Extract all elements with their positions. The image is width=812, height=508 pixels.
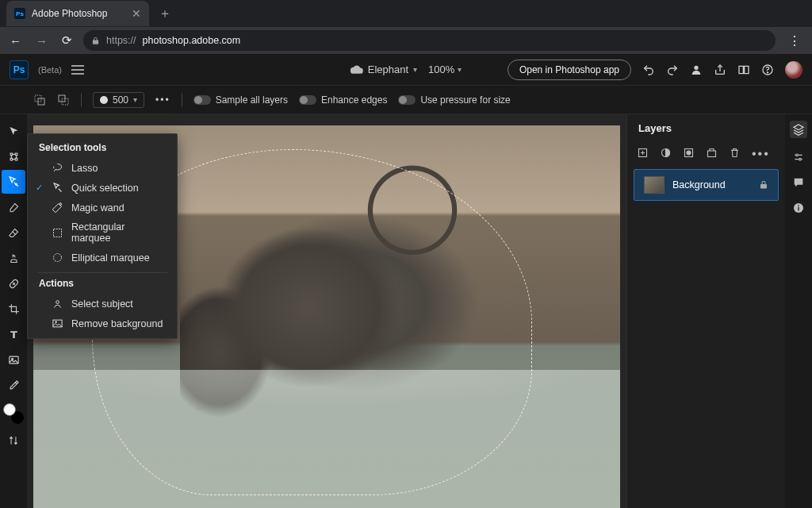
svg-point-20 (799, 158, 802, 160)
lock-icon[interactable] (759, 180, 768, 190)
place-image-tool[interactable] (2, 348, 25, 371)
share-icon[interactable] (714, 64, 726, 76)
separator (182, 93, 182, 107)
remove-bg-icon (52, 318, 63, 329)
subtract-from-selection-icon[interactable] (57, 94, 70, 106)
layer-more-icon[interactable]: ••• (752, 147, 770, 161)
svg-point-19 (796, 154, 799, 156)
flyout-label: Lasso (71, 163, 98, 174)
brush-size-picker[interactable]: 500 ▾ (93, 92, 144, 108)
rect-marquee-icon (52, 227, 63, 239)
url-field[interactable]: https://photoshop.adobe.com (83, 30, 776, 51)
enhance-edges-label: Enhance edges (321, 94, 387, 106)
zoom-dropdown[interactable]: 100% ▾ (428, 64, 462, 75)
tab-title: Adobe Photoshop (32, 8, 107, 19)
new-tab-button[interactable]: ＋ (154, 6, 176, 22)
browser-chrome: Ps Adobe Photoshop ✕ ＋ ← → ⟳ https://pho… (0, 0, 812, 54)
type-tool[interactable] (2, 322, 25, 346)
learn-icon[interactable] (737, 64, 750, 76)
flyout-item-rectangular-marquee[interactable]: Rectangular marquee (28, 217, 177, 248)
help-icon[interactable] (761, 64, 774, 76)
clip-mask-icon[interactable] (706, 147, 718, 161)
reload-button[interactable]: ⟳ (59, 33, 75, 48)
options-bar: 500 ▾ ••• Sample all layers Enhance edge… (0, 86, 812, 114)
redo-button[interactable] (666, 64, 679, 76)
toggle-icon (398, 95, 416, 105)
enhance-edges-toggle[interactable]: Enhance edges (299, 94, 387, 106)
flyout-label: Rectangular marquee (71, 221, 166, 244)
undo-button[interactable] (642, 64, 655, 76)
sample-all-label: Sample all layers (216, 94, 288, 106)
swap-colors-tool[interactable] (2, 429, 25, 452)
comments-rail-icon[interactable] (792, 176, 805, 189)
browser-menu-icon[interactable]: ⋮ (783, 33, 806, 48)
ps-favicon: Ps (14, 8, 25, 19)
flyout-section-title: Selection tools (28, 142, 177, 158)
svg-point-28 (56, 321, 57, 323)
app-bar-center: Elephant ▾ 100% ▾ (350, 64, 462, 75)
quick-selection-tool[interactable] (2, 170, 25, 194)
move-tool[interactable] (2, 119, 25, 143)
avatar[interactable] (785, 61, 802, 79)
cloud-icon (350, 65, 363, 74)
info-rail-icon[interactable] (792, 202, 805, 214)
url-host: photoshop.adobe.com (143, 35, 241, 46)
layers-rail-icon[interactable] (790, 121, 807, 138)
add-adjustment-icon[interactable] (683, 147, 695, 161)
ellipse-marquee-icon (52, 252, 63, 264)
flyout-item-select-subject[interactable]: Select subject (28, 294, 177, 314)
zoom-value: 100% (428, 64, 454, 75)
transform-tool[interactable] (2, 144, 25, 168)
back-button[interactable]: ← (6, 34, 25, 48)
clone-stamp-tool[interactable] (2, 246, 25, 270)
app-bar-right: Open in Photoshop app (508, 60, 802, 80)
adjustments-rail-icon[interactable] (792, 151, 805, 164)
pressure-toggle[interactable]: Use pressure for size (398, 94, 510, 106)
more-options-icon[interactable]: ••• (155, 94, 170, 106)
add-mask-icon[interactable] (660, 147, 672, 161)
eyedropper-tool[interactable] (2, 373, 25, 397)
svg-point-23 (798, 205, 799, 206)
healing-tool[interactable] (2, 271, 25, 295)
quick-selection-icon (52, 182, 63, 194)
svg-point-26 (56, 301, 59, 304)
flyout-item-elliptical-marquee[interactable]: Elliptical marquee (28, 248, 177, 267)
flyout-label: Magic wand (71, 202, 124, 214)
foreground-color-swatch[interactable] (3, 403, 16, 416)
add-to-selection-icon[interactable] (33, 94, 46, 106)
flyout-label: Elliptical marquee (71, 252, 150, 264)
right-icon-rail (785, 114, 812, 508)
invite-icon[interactable] (690, 64, 703, 76)
color-swatches[interactable] (3, 403, 24, 424)
open-in-app-button[interactable]: Open in Photoshop app (508, 60, 631, 80)
lock-icon (91, 37, 100, 45)
flyout-section-title: Actions (28, 278, 177, 294)
crop-tool[interactable] (2, 297, 25, 321)
toggle-icon (193, 95, 211, 105)
flyout-item-quick-selection[interactable]: ✓ Quick selection (28, 178, 177, 198)
flyout-label: Quick selection (71, 183, 139, 194)
chevron-down-icon: ▾ (133, 95, 137, 104)
document-title-dropdown[interactable]: Elephant ▾ (350, 64, 417, 75)
url-protocol: https:// (106, 35, 136, 46)
flyout-item-lasso[interactable]: Lasso (28, 158, 177, 178)
eraser-tool[interactable] (2, 221, 25, 244)
flyout-item-remove-background[interactable]: Remove background (28, 314, 177, 333)
layer-row-background[interactable]: Background (634, 169, 779, 201)
svg-point-3 (694, 65, 698, 69)
layer-name: Background (672, 179, 726, 190)
browser-tab[interactable]: Ps Adobe Photoshop ✕ (6, 1, 149, 26)
beta-label: (Beta) (38, 65, 62, 75)
brush-tool[interactable] (2, 195, 25, 219)
hamburger-icon[interactable] (71, 65, 84, 75)
svg-point-25 (54, 254, 62, 262)
flyout-item-magic-wand[interactable]: Magic wand (28, 198, 177, 217)
sample-all-layers-toggle[interactable]: Sample all layers (193, 94, 288, 106)
add-layer-icon[interactable] (637, 147, 649, 161)
delete-layer-icon[interactable] (729, 147, 741, 161)
close-icon[interactable]: ✕ (132, 7, 141, 20)
flyout-label: Select subject (71, 298, 133, 310)
chevron-down-icon: ▾ (458, 65, 462, 74)
forward-button[interactable]: → (33, 34, 51, 48)
ps-logo[interactable]: Ps (10, 60, 29, 79)
